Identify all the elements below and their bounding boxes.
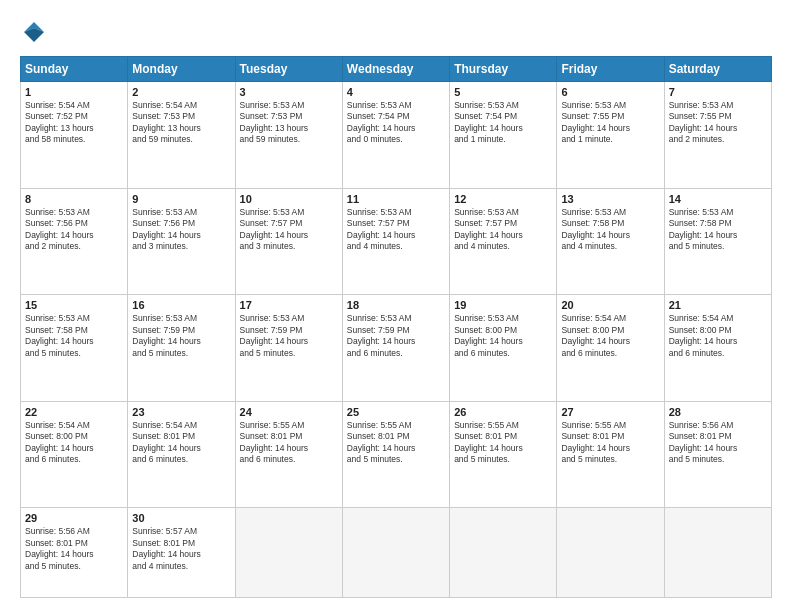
day-info: Sunrise: 5:54 AMSunset: 7:53 PMDaylight:… [132,100,230,146]
calendar-cell: 15Sunrise: 5:53 AMSunset: 7:58 PMDayligh… [21,295,128,402]
day-number: 2 [132,86,230,98]
calendar-cell: 11Sunrise: 5:53 AMSunset: 7:57 PMDayligh… [342,188,449,295]
day-number: 26 [454,406,552,418]
calendar-cell: 12Sunrise: 5:53 AMSunset: 7:57 PMDayligh… [450,188,557,295]
calendar-cell: 17Sunrise: 5:53 AMSunset: 7:59 PMDayligh… [235,295,342,402]
day-number: 4 [347,86,445,98]
day-number: 12 [454,193,552,205]
calendar-week: 8Sunrise: 5:53 AMSunset: 7:56 PMDaylight… [21,188,772,295]
calendar-body: 1Sunrise: 5:54 AMSunset: 7:52 PMDaylight… [21,82,772,598]
day-info: Sunrise: 5:53 AMSunset: 8:00 PMDaylight:… [454,313,552,359]
calendar-cell: 20Sunrise: 5:54 AMSunset: 8:00 PMDayligh… [557,295,664,402]
day-info: Sunrise: 5:55 AMSunset: 8:01 PMDaylight:… [561,420,659,466]
calendar-week: 22Sunrise: 5:54 AMSunset: 8:00 PMDayligh… [21,401,772,508]
day-info: Sunrise: 5:54 AMSunset: 8:01 PMDaylight:… [132,420,230,466]
calendar-cell: 6Sunrise: 5:53 AMSunset: 7:55 PMDaylight… [557,82,664,189]
day-number: 3 [240,86,338,98]
day-number: 28 [669,406,767,418]
day-number: 25 [347,406,445,418]
calendar-cell: 4Sunrise: 5:53 AMSunset: 7:54 PMDaylight… [342,82,449,189]
day-info: Sunrise: 5:53 AMSunset: 7:57 PMDaylight:… [240,207,338,253]
day-number: 23 [132,406,230,418]
day-number: 13 [561,193,659,205]
calendar-cell: 1Sunrise: 5:54 AMSunset: 7:52 PMDaylight… [21,82,128,189]
day-info: Sunrise: 5:53 AMSunset: 7:58 PMDaylight:… [669,207,767,253]
calendar-cell: 19Sunrise: 5:53 AMSunset: 8:00 PMDayligh… [450,295,557,402]
day-info: Sunrise: 5:53 AMSunset: 7:59 PMDaylight:… [240,313,338,359]
day-number: 15 [25,299,123,311]
day-info: Sunrise: 5:53 AMSunset: 7:58 PMDaylight:… [25,313,123,359]
day-info: Sunrise: 5:56 AMSunset: 8:01 PMDaylight:… [669,420,767,466]
day-info: Sunrise: 5:53 AMSunset: 7:58 PMDaylight:… [561,207,659,253]
day-number: 17 [240,299,338,311]
day-info: Sunrise: 5:53 AMSunset: 7:59 PMDaylight:… [132,313,230,359]
day-number: 27 [561,406,659,418]
day-number: 6 [561,86,659,98]
calendar-cell: 24Sunrise: 5:55 AMSunset: 8:01 PMDayligh… [235,401,342,508]
calendar-cell: 26Sunrise: 5:55 AMSunset: 8:01 PMDayligh… [450,401,557,508]
day-info: Sunrise: 5:55 AMSunset: 8:01 PMDaylight:… [347,420,445,466]
day-info: Sunrise: 5:55 AMSunset: 8:01 PMDaylight:… [240,420,338,466]
calendar-cell: 8Sunrise: 5:53 AMSunset: 7:56 PMDaylight… [21,188,128,295]
calendar-cell [342,508,449,598]
day-info: Sunrise: 5:53 AMSunset: 7:59 PMDaylight:… [347,313,445,359]
calendar-cell: 27Sunrise: 5:55 AMSunset: 8:01 PMDayligh… [557,401,664,508]
day-info: Sunrise: 5:53 AMSunset: 7:54 PMDaylight:… [347,100,445,146]
calendar-cell: 7Sunrise: 5:53 AMSunset: 7:55 PMDaylight… [664,82,771,189]
calendar-cell: 25Sunrise: 5:55 AMSunset: 8:01 PMDayligh… [342,401,449,508]
calendar-cell: 5Sunrise: 5:53 AMSunset: 7:54 PMDaylight… [450,82,557,189]
day-number: 11 [347,193,445,205]
day-info: Sunrise: 5:53 AMSunset: 7:55 PMDaylight:… [561,100,659,146]
day-number: 30 [132,512,230,524]
day-number: 8 [25,193,123,205]
calendar-cell: 18Sunrise: 5:53 AMSunset: 7:59 PMDayligh… [342,295,449,402]
header-row: SundayMondayTuesdayWednesdayThursdayFrid… [21,57,772,82]
day-info: Sunrise: 5:53 AMSunset: 7:57 PMDaylight:… [454,207,552,253]
day-number: 18 [347,299,445,311]
calendar-cell: 9Sunrise: 5:53 AMSunset: 7:56 PMDaylight… [128,188,235,295]
day-info: Sunrise: 5:53 AMSunset: 7:53 PMDaylight:… [240,100,338,146]
calendar-header: SundayMondayTuesdayWednesdayThursdayFrid… [21,57,772,82]
day-info: Sunrise: 5:53 AMSunset: 7:57 PMDaylight:… [347,207,445,253]
day-number: 21 [669,299,767,311]
day-info: Sunrise: 5:53 AMSunset: 7:56 PMDaylight:… [25,207,123,253]
calendar-week: 1Sunrise: 5:54 AMSunset: 7:52 PMDaylight… [21,82,772,189]
day-header: Thursday [450,57,557,82]
day-header: Sunday [21,57,128,82]
day-info: Sunrise: 5:54 AMSunset: 7:52 PMDaylight:… [25,100,123,146]
calendar-cell: 28Sunrise: 5:56 AMSunset: 8:01 PMDayligh… [664,401,771,508]
day-number: 20 [561,299,659,311]
day-header: Friday [557,57,664,82]
calendar-cell: 10Sunrise: 5:53 AMSunset: 7:57 PMDayligh… [235,188,342,295]
day-number: 29 [25,512,123,524]
calendar-cell [450,508,557,598]
day-number: 5 [454,86,552,98]
day-number: 1 [25,86,123,98]
calendar-cell: 14Sunrise: 5:53 AMSunset: 7:58 PMDayligh… [664,188,771,295]
calendar-cell: 21Sunrise: 5:54 AMSunset: 8:00 PMDayligh… [664,295,771,402]
day-info: Sunrise: 5:55 AMSunset: 8:01 PMDaylight:… [454,420,552,466]
day-number: 9 [132,193,230,205]
calendar-cell: 3Sunrise: 5:53 AMSunset: 7:53 PMDaylight… [235,82,342,189]
logo-icon [20,18,48,46]
day-number: 7 [669,86,767,98]
day-info: Sunrise: 5:53 AMSunset: 7:56 PMDaylight:… [132,207,230,253]
day-info: Sunrise: 5:53 AMSunset: 7:55 PMDaylight:… [669,100,767,146]
day-number: 14 [669,193,767,205]
calendar-cell: 2Sunrise: 5:54 AMSunset: 7:53 PMDaylight… [128,82,235,189]
calendar-cell: 23Sunrise: 5:54 AMSunset: 8:01 PMDayligh… [128,401,235,508]
calendar: SundayMondayTuesdayWednesdayThursdayFrid… [20,56,772,598]
day-header: Tuesday [235,57,342,82]
calendar-cell: 30Sunrise: 5:57 AMSunset: 8:01 PMDayligh… [128,508,235,598]
day-info: Sunrise: 5:57 AMSunset: 8:01 PMDaylight:… [132,526,230,572]
day-info: Sunrise: 5:54 AMSunset: 8:00 PMDaylight:… [561,313,659,359]
calendar-cell [664,508,771,598]
calendar-week: 15Sunrise: 5:53 AMSunset: 7:58 PMDayligh… [21,295,772,402]
day-header: Monday [128,57,235,82]
logo [20,18,52,46]
day-info: Sunrise: 5:54 AMSunset: 8:00 PMDaylight:… [669,313,767,359]
day-number: 19 [454,299,552,311]
calendar-cell: 29Sunrise: 5:56 AMSunset: 8:01 PMDayligh… [21,508,128,598]
day-info: Sunrise: 5:53 AMSunset: 7:54 PMDaylight:… [454,100,552,146]
day-number: 16 [132,299,230,311]
